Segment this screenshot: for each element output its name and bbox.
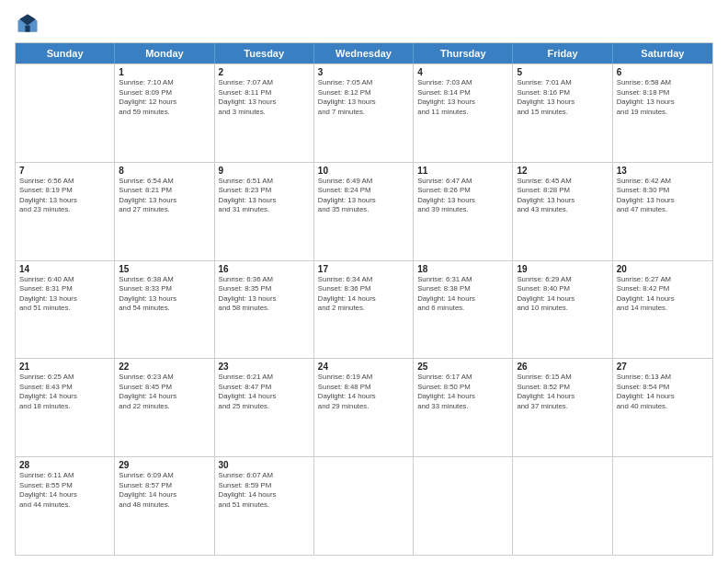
cal-day-11: 11Sunrise: 6:47 AM Sunset: 8:26 PM Dayli… — [414, 163, 513, 260]
day-info: Sunrise: 7:03 AM Sunset: 8:14 PM Dayligh… — [417, 78, 508, 117]
day-info: Sunrise: 6:09 AM Sunset: 8:57 PM Dayligh… — [119, 471, 210, 510]
cal-empty-4-6 — [613, 457, 712, 555]
cal-day-4: 4Sunrise: 7:03 AM Sunset: 8:14 PM Daylig… — [414, 64, 513, 162]
cal-day-22: 22Sunrise: 6:23 AM Sunset: 8:45 PM Dayli… — [115, 359, 214, 456]
day-info: Sunrise: 6:19 AM Sunset: 8:48 PM Dayligh… — [318, 373, 409, 411]
cal-day-18: 18Sunrise: 6:31 AM Sunset: 8:38 PM Dayli… — [414, 261, 513, 359]
day-info: Sunrise: 6:42 AM Sunset: 8:30 PM Dayligh… — [617, 177, 709, 215]
day-number: 29 — [119, 460, 210, 470]
calendar-row-2: 7Sunrise: 6:56 AM Sunset: 8:19 PM Daylig… — [16, 162, 712, 260]
day-info: Sunrise: 6:17 AM Sunset: 8:50 PM Dayligh… — [417, 373, 508, 411]
day-header-sunday: Sunday — [16, 43, 115, 63]
day-info: Sunrise: 6:58 AM Sunset: 8:18 PM Dayligh… — [617, 78, 709, 117]
day-info: Sunrise: 6:27 AM Sunset: 8:42 PM Dayligh… — [617, 275, 709, 314]
day-number: 7 — [19, 166, 110, 176]
day-info: Sunrise: 6:51 AM Sunset: 8:23 PM Dayligh… — [219, 177, 310, 215]
cal-day-19: 19Sunrise: 6:29 AM Sunset: 8:40 PM Dayli… — [513, 261, 612, 359]
day-info: Sunrise: 6:23 AM Sunset: 8:45 PM Dayligh… — [119, 373, 210, 411]
day-number: 17 — [318, 264, 409, 274]
cal-day-29: 29Sunrise: 6:09 AM Sunset: 8:57 PM Dayli… — [115, 457, 214, 555]
page: SundayMondayTuesdayWednesdayThursdayFrid… — [0, 0, 728, 563]
day-number: 21 — [19, 362, 110, 372]
day-info: Sunrise: 7:05 AM Sunset: 8:12 PM Dayligh… — [318, 78, 409, 117]
day-number: 9 — [219, 166, 310, 176]
day-info: Sunrise: 7:01 AM Sunset: 8:16 PM Dayligh… — [517, 78, 608, 117]
day-header-friday: Friday — [513, 43, 612, 63]
day-number: 11 — [417, 166, 508, 176]
day-info: Sunrise: 6:40 AM Sunset: 8:31 PM Dayligh… — [19, 275, 110, 314]
day-number: 20 — [617, 264, 709, 274]
cal-day-14: 14Sunrise: 6:40 AM Sunset: 8:31 PM Dayli… — [16, 261, 115, 359]
calendar-body: 1Sunrise: 7:10 AM Sunset: 8:09 PM Daylig… — [16, 63, 712, 555]
cal-empty-4-3 — [314, 457, 414, 555]
day-number: 16 — [219, 264, 310, 274]
day-info: Sunrise: 6:38 AM Sunset: 8:33 PM Dayligh… — [119, 275, 210, 314]
day-info: Sunrise: 6:54 AM Sunset: 8:21 PM Dayligh… — [119, 177, 210, 215]
day-info: Sunrise: 6:56 AM Sunset: 8:19 PM Dayligh… — [19, 177, 110, 215]
day-info: Sunrise: 6:36 AM Sunset: 8:35 PM Dayligh… — [219, 275, 310, 314]
cal-day-12: 12Sunrise: 6:45 AM Sunset: 8:28 PM Dayli… — [513, 163, 612, 260]
day-header-saturday: Saturday — [613, 43, 712, 63]
cal-day-1: 1Sunrise: 7:10 AM Sunset: 8:09 PM Daylig… — [115, 64, 214, 162]
day-number: 12 — [517, 166, 608, 176]
cal-day-8: 8Sunrise: 6:54 AM Sunset: 8:21 PM Daylig… — [115, 163, 214, 260]
day-header-wednesday: Wednesday — [314, 43, 414, 63]
cal-day-26: 26Sunrise: 6:15 AM Sunset: 8:52 PM Dayli… — [513, 359, 612, 456]
day-number: 14 — [19, 264, 110, 274]
day-number: 13 — [617, 166, 709, 176]
day-number: 23 — [219, 362, 310, 372]
cal-day-9: 9Sunrise: 6:51 AM Sunset: 8:23 PM Daylig… — [215, 163, 314, 260]
cal-day-25: 25Sunrise: 6:17 AM Sunset: 8:50 PM Dayli… — [414, 359, 513, 456]
day-info: Sunrise: 7:07 AM Sunset: 8:11 PM Dayligh… — [219, 78, 310, 117]
day-number: 26 — [517, 362, 608, 372]
day-header-thursday: Thursday — [414, 43, 513, 63]
header — [15, 11, 713, 37]
calendar-row-5: 28Sunrise: 6:11 AM Sunset: 8:55 PM Dayli… — [16, 456, 712, 555]
day-info: Sunrise: 7:10 AM Sunset: 8:09 PM Dayligh… — [119, 78, 210, 117]
day-number: 28 — [19, 460, 110, 470]
cal-day-28: 28Sunrise: 6:11 AM Sunset: 8:55 PM Dayli… — [16, 457, 115, 555]
day-number: 15 — [119, 264, 210, 274]
day-number: 22 — [119, 362, 210, 372]
cal-day-2: 2Sunrise: 7:07 AM Sunset: 8:11 PM Daylig… — [215, 64, 314, 162]
day-info: Sunrise: 6:49 AM Sunset: 8:24 PM Dayligh… — [318, 177, 409, 215]
cal-day-23: 23Sunrise: 6:21 AM Sunset: 8:47 PM Dayli… — [215, 359, 314, 456]
day-info: Sunrise: 6:15 AM Sunset: 8:52 PM Dayligh… — [517, 373, 608, 411]
day-number: 10 — [318, 166, 409, 176]
logo-icon — [15, 11, 40, 37]
day-info: Sunrise: 6:25 AM Sunset: 8:43 PM Dayligh… — [19, 373, 110, 411]
day-number: 6 — [617, 67, 709, 77]
cal-empty-4-4 — [414, 457, 513, 555]
day-info: Sunrise: 6:29 AM Sunset: 8:40 PM Dayligh… — [517, 275, 608, 314]
cal-day-7: 7Sunrise: 6:56 AM Sunset: 8:19 PM Daylig… — [16, 163, 115, 260]
cal-day-30: 30Sunrise: 6:07 AM Sunset: 8:59 PM Dayli… — [215, 457, 314, 555]
day-info: Sunrise: 6:34 AM Sunset: 8:36 PM Dayligh… — [318, 275, 409, 314]
day-header-monday: Monday — [115, 43, 214, 63]
logo — [15, 11, 44, 37]
day-header-tuesday: Tuesday — [215, 43, 314, 63]
cal-day-17: 17Sunrise: 6:34 AM Sunset: 8:36 PM Dayli… — [314, 261, 414, 359]
cal-day-10: 10Sunrise: 6:49 AM Sunset: 8:24 PM Dayli… — [314, 163, 414, 260]
cal-day-21: 21Sunrise: 6:25 AM Sunset: 8:43 PM Dayli… — [16, 359, 115, 456]
day-info: Sunrise: 6:47 AM Sunset: 8:26 PM Dayligh… — [417, 177, 508, 215]
cal-day-13: 13Sunrise: 6:42 AM Sunset: 8:30 PM Dayli… — [613, 163, 712, 260]
cal-day-24: 24Sunrise: 6:19 AM Sunset: 8:48 PM Dayli… — [314, 359, 414, 456]
day-number: 8 — [119, 166, 210, 176]
day-number: 18 — [417, 264, 508, 274]
cal-day-16: 16Sunrise: 6:36 AM Sunset: 8:35 PM Dayli… — [215, 261, 314, 359]
day-number: 2 — [219, 67, 310, 77]
day-info: Sunrise: 6:31 AM Sunset: 8:38 PM Dayligh… — [417, 275, 508, 314]
cal-empty-0-0 — [16, 64, 115, 162]
day-number: 4 — [417, 67, 508, 77]
cal-day-27: 27Sunrise: 6:13 AM Sunset: 8:54 PM Dayli… — [613, 359, 712, 456]
day-info: Sunrise: 6:07 AM Sunset: 8:59 PM Dayligh… — [219, 471, 310, 510]
day-info: Sunrise: 6:45 AM Sunset: 8:28 PM Dayligh… — [517, 177, 608, 215]
day-info: Sunrise: 6:11 AM Sunset: 8:55 PM Dayligh… — [19, 471, 110, 510]
cal-day-3: 3Sunrise: 7:05 AM Sunset: 8:12 PM Daylig… — [314, 64, 414, 162]
day-number: 3 — [318, 67, 409, 77]
day-number: 25 — [417, 362, 508, 372]
day-number: 5 — [517, 67, 608, 77]
day-info: Sunrise: 6:13 AM Sunset: 8:54 PM Dayligh… — [617, 373, 709, 411]
cal-day-5: 5Sunrise: 7:01 AM Sunset: 8:16 PM Daylig… — [513, 64, 612, 162]
day-number: 30 — [219, 460, 310, 470]
